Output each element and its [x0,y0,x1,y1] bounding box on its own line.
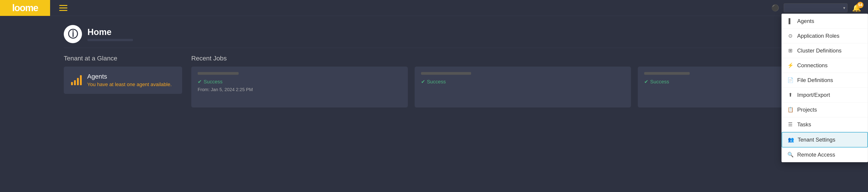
page-wrapper: loome ⚫ 🔔 54 ⓘ [0,0,868,192]
tenant-select-wrapper [784,3,847,12]
user-circle-icon: ⊙ [787,33,794,39]
job-title-bar-3 [644,72,690,75]
checkmark-icon-2: ✔ [421,79,425,85]
tenant-glance-title: Tenant at a Glance [64,55,182,62]
job-status-1: ✔ Success [198,79,401,85]
main-area: ⓘ Home Tenant at a Glance [0,16,868,192]
plug-icon: ⚡ [787,63,794,68]
success-label-3: Success [650,79,669,85]
hamburger-line-1 [59,5,67,6]
nav-right: ⚫ 🔔 54 [771,3,868,12]
logo-text: loome [12,2,38,13]
dropdown-item-cluster-definitions[interactable]: ⊞Cluster Definitions [782,43,868,58]
page-subtitle-bar [87,39,133,41]
globe-icon: ⚫ [771,4,779,11]
grid-icon: ⊞ [787,48,794,53]
job-title-bar-2 [421,72,471,75]
hamburger-button[interactable] [59,5,67,11]
dropdown-label-8: Tenant Settings [798,137,862,143]
upload-icon: ⬆ [787,92,794,98]
hamburger-line-2 [59,7,67,8]
dropdown-label-4: File Definitions [797,77,862,83]
agent-card-subtitle: You have at least one agent available. [87,82,172,87]
success-label-2: Success [427,79,446,85]
logo-area: loome [0,0,50,16]
notification-badge: 54 [857,2,863,8]
tenant-glance-section: Tenant at a Glance Agents You have at le… [64,55,182,108]
jobs-row: ✔ Success From: Jan 5, 2024 2:25 PM [191,67,854,108]
job-from-1: From: Jan 5, 2024 2:25 PM [198,87,401,92]
sections-row: Tenant at a Glance Agents You have at le… [64,55,854,108]
checkmark-icon-1: ✔ [198,79,202,85]
page-header: ⓘ Home [64,25,854,48]
job-card-2: ✔ Success [415,67,631,108]
file-icon: 📄 [787,77,794,83]
dropdown-item-connections[interactable]: ⚡Connections [782,58,868,73]
success-label-1: Success [204,79,222,85]
dropdown-label-5: Import/Export [797,92,862,98]
job-status-2: ✔ Success [421,79,625,85]
recent-jobs-title: Recent Jobs [191,55,854,62]
dropdown-label-3: Connections [797,62,862,69]
dropdown-item-import-export[interactable]: ⬆Import/Export [782,88,868,103]
from-label: From: [198,87,210,92]
book-icon: 📋 [787,107,794,113]
search-icon: 🔍 [787,152,794,158]
avatar: ⓘ [64,25,82,43]
page-title-area: Home [87,27,133,41]
users-icon: 👥 [787,137,794,143]
dropdown-label-9: Remote Access [797,152,862,158]
job-title-bar-1 [198,72,239,75]
agent-card-title: Agents [87,73,172,80]
page-title: Home [87,27,133,37]
dropdown-item-file-definitions[interactable]: 📄File Definitions [782,73,868,88]
dropdown-item-agents[interactable]: ▌Agents [782,14,868,29]
recent-jobs-section: Recent Jobs ✔ Success From: Jan 5, 2024 … [191,55,854,108]
top-navigation: loome ⚫ 🔔 54 [0,0,868,16]
dropdown-item-tasks[interactable]: ☰Tasks [782,117,868,132]
dropdown-label-0: Agents [797,18,862,24]
dropdown-label-6: Projects [797,107,862,113]
notification-button[interactable]: 🔔 54 [852,4,861,12]
bar-2 [74,80,76,85]
job-card-1: ✔ Success From: Jan 5, 2024 2:25 PM [191,67,408,108]
dropdown-label-1: Application Roles [797,33,862,39]
agent-card: Agents You have at least one agent avail… [64,67,182,94]
bar-chart-icon: ▌ [787,18,794,24]
main-content: ⓘ Home Tenant at a Glance [50,16,868,192]
dropdown-label-2: Cluster Definitions [797,47,862,54]
dropdown-item-projects[interactable]: 📋Projects [782,103,868,117]
job-date-1: Jan 5, 2024 2:25 PM [211,87,253,92]
dropdown-item-remote-access[interactable]: 🔍Remote Access [782,148,868,162]
sidebar [0,16,50,192]
checkmark-icon-3: ✔ [644,79,648,85]
dropdown-menu: ▌Agents⊙Application Roles⊞Cluster Defini… [781,14,868,162]
hamburger-line-3 [59,10,67,11]
dropdown-item-tenant-settings[interactable]: 👥Tenant Settings [782,132,868,148]
bar-1 [71,82,73,85]
dropdown-item-application-roles[interactable]: ⊙Application Roles [782,29,868,43]
bar-4 [80,75,82,85]
list-icon: ☰ [787,122,794,127]
dropdown-label-7: Tasks [797,121,862,128]
tenant-select[interactable] [784,3,847,12]
bar-chart-icon [71,75,82,85]
bar-3 [77,78,79,85]
agent-card-text: Agents You have at least one agent avail… [87,73,172,87]
